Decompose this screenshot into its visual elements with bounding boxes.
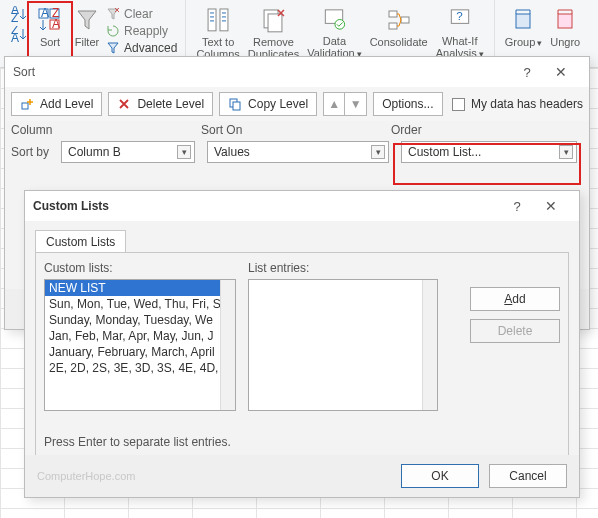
list-item[interactable]: January, February, March, April xyxy=(45,344,235,360)
custom-lists-listbox[interactable]: NEW LIST Sun, Mon, Tue, Wed, Thu, Fri, S… xyxy=(44,279,236,411)
sort-order-dropdown[interactable]: Custom List... ▾ xyxy=(401,141,577,163)
sort-icon: AZA xyxy=(36,6,64,34)
chevron-down-icon: ▾ xyxy=(371,145,385,159)
cl-help-button[interactable]: ? xyxy=(503,199,531,214)
clear-icon xyxy=(106,7,120,21)
whatif-button[interactable]: ? What-If Analysis xyxy=(432,4,488,62)
group-icon xyxy=(510,6,536,34)
chevron-down-icon: ▾ xyxy=(177,145,191,159)
clear-button[interactable]: Clear xyxy=(104,6,179,22)
svg-rect-16 xyxy=(389,11,397,17)
svg-rect-18 xyxy=(401,17,409,23)
svg-rect-23 xyxy=(22,103,28,109)
watermark: ComputerHope.com xyxy=(37,470,135,482)
custom-lists-label: Custom lists: xyxy=(44,261,236,275)
scrollbar[interactable] xyxy=(220,280,235,410)
consolidate-button[interactable]: Consolidate xyxy=(366,4,432,62)
remove-duplicates-icon xyxy=(260,6,286,34)
sort-asc-icon[interactable]: AZ xyxy=(10,6,28,24)
list-item[interactable]: Sunday, Monday, Tuesday, We xyxy=(45,312,235,328)
list-entries-textarea[interactable] xyxy=(248,279,438,411)
entries-hint: Press Enter to separate list entries. xyxy=(44,435,231,449)
chevron-down-icon: ▾ xyxy=(559,145,573,159)
delete-level-button[interactable]: Delete Level xyxy=(108,92,213,116)
sort-label: Sort xyxy=(40,36,60,48)
filter-label: Filter xyxy=(75,36,99,48)
remove-duplicates-button[interactable]: Remove Duplicates xyxy=(244,4,303,62)
scrollbar[interactable] xyxy=(422,280,437,410)
sort-titlebar: Sort ? ✕ xyxy=(5,57,589,87)
add-level-button[interactable]: Add Level xyxy=(11,92,102,116)
svg-text:A: A xyxy=(41,6,49,20)
checkbox-icon xyxy=(452,98,465,111)
text-to-columns-icon xyxy=(205,6,231,34)
sort-small-buttons: AZ ZA xyxy=(6,4,30,62)
sort-title: Sort xyxy=(13,65,513,79)
svg-point-15 xyxy=(335,20,345,30)
cl-tab[interactable]: Custom Lists xyxy=(35,230,126,253)
add-list-button[interactable]: Add xyxy=(470,287,560,311)
svg-rect-22 xyxy=(558,14,572,28)
move-down-button[interactable]: ▼ xyxy=(345,92,367,116)
svg-rect-13 xyxy=(268,14,282,32)
svg-text:A: A xyxy=(52,17,60,31)
sort-help-button[interactable]: ? xyxy=(513,65,541,80)
filter-icon xyxy=(74,6,100,34)
consolidate-icon xyxy=(386,6,412,34)
svg-text:?: ? xyxy=(456,10,462,22)
svg-rect-25 xyxy=(233,102,240,110)
sort-column-dropdown[interactable]: Column B ▾ xyxy=(61,141,195,163)
reapply-button[interactable]: Reapply xyxy=(104,23,179,39)
sort-desc-icon[interactable]: ZA xyxy=(10,26,28,44)
svg-text:A: A xyxy=(11,31,19,44)
filter-button[interactable]: Filter xyxy=(70,4,104,62)
whatif-icon: ? xyxy=(447,6,473,33)
advanced-icon xyxy=(106,41,120,55)
cl-ok-button[interactable]: OK xyxy=(401,464,479,488)
delete-level-icon xyxy=(117,97,131,111)
sort-large-button[interactable]: AZA Sort xyxy=(30,4,70,62)
data-validation-icon xyxy=(321,6,347,33)
headers-checkbox[interactable]: My data has headers xyxy=(452,97,583,111)
reapply-icon xyxy=(106,24,120,38)
advanced-button[interactable]: Advanced xyxy=(104,40,179,56)
move-up-button[interactable]: ▲ xyxy=(323,92,345,116)
svg-rect-17 xyxy=(389,23,397,29)
text-to-columns-button[interactable]: Text to Columns xyxy=(192,4,243,62)
list-item[interactable]: Sun, Mon, Tue, Wed, Thu, Fri, S xyxy=(45,296,235,312)
add-level-icon xyxy=(20,97,34,111)
cl-titlebar: Custom Lists ? ✕ xyxy=(25,191,579,221)
column-header: Column xyxy=(11,123,201,137)
sort-on-dropdown[interactable]: Values ▾ xyxy=(207,141,389,163)
custom-lists-dialog: Custom Lists ? ✕ Custom Lists Custom lis… xyxy=(24,190,580,498)
ungroup-icon xyxy=(552,6,578,34)
group-button[interactable]: Group xyxy=(501,4,547,62)
sort-options-button[interactable]: Options... xyxy=(373,92,442,116)
cl-title: Custom Lists xyxy=(33,199,503,213)
svg-rect-11 xyxy=(220,9,228,31)
cl-close-button[interactable]: ✕ xyxy=(531,198,571,214)
order-header: Order xyxy=(391,123,571,137)
delete-list-button: Delete xyxy=(470,319,560,343)
sortby-label: Sort by xyxy=(11,145,61,159)
svg-rect-21 xyxy=(516,14,530,28)
copy-level-button[interactable]: Copy Level xyxy=(219,92,317,116)
copy-level-icon xyxy=(228,97,242,111)
move-level-buttons: ▲ ▼ xyxy=(323,92,367,116)
sort-close-button[interactable]: ✕ xyxy=(541,64,581,80)
data-validation-button[interactable]: Data Validation xyxy=(303,4,366,62)
svg-text:Z: Z xyxy=(11,11,18,24)
list-entries-label: List entries: xyxy=(248,261,438,275)
sorton-header: Sort On xyxy=(201,123,391,137)
list-item[interactable]: NEW LIST xyxy=(45,280,235,296)
list-item[interactable]: Jan, Feb, Mar, Apr, May, Jun, J xyxy=(45,328,235,344)
svg-rect-10 xyxy=(208,9,216,31)
cl-cancel-button[interactable]: Cancel xyxy=(489,464,567,488)
list-item[interactable]: 2E, 2D, 2S, 3E, 3D, 3S, 4E, 4D, xyxy=(45,360,235,376)
ungroup-button[interactable]: Ungro xyxy=(546,4,584,62)
